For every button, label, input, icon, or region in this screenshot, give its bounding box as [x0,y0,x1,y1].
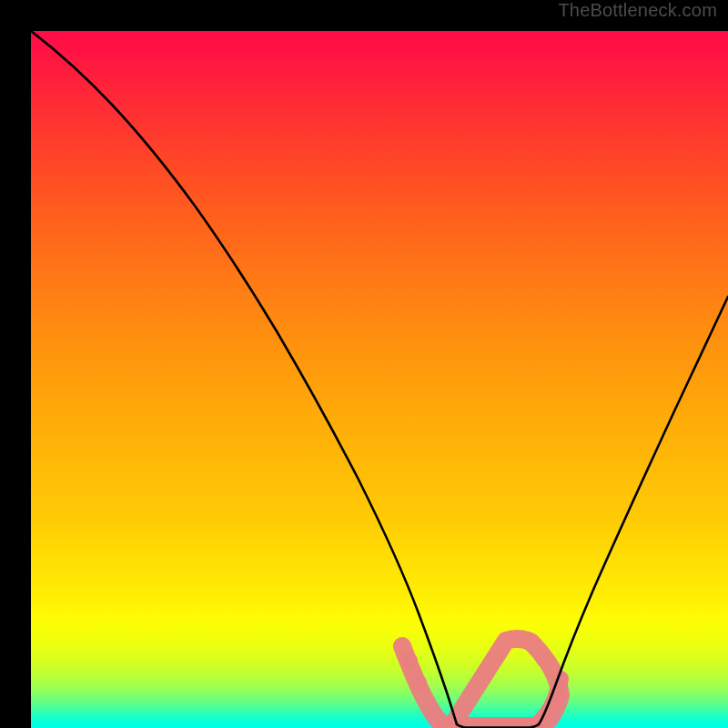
bottleneck-curve [31,31,728,728]
highlight-dot [410,674,427,691]
plot-area [31,31,728,728]
watermark-text: TheBottleneck.com [558,0,717,21]
chart-frame [15,15,713,713]
right-curve [539,297,728,724]
left-curve [31,31,457,724]
highlight-dot [401,652,418,669]
